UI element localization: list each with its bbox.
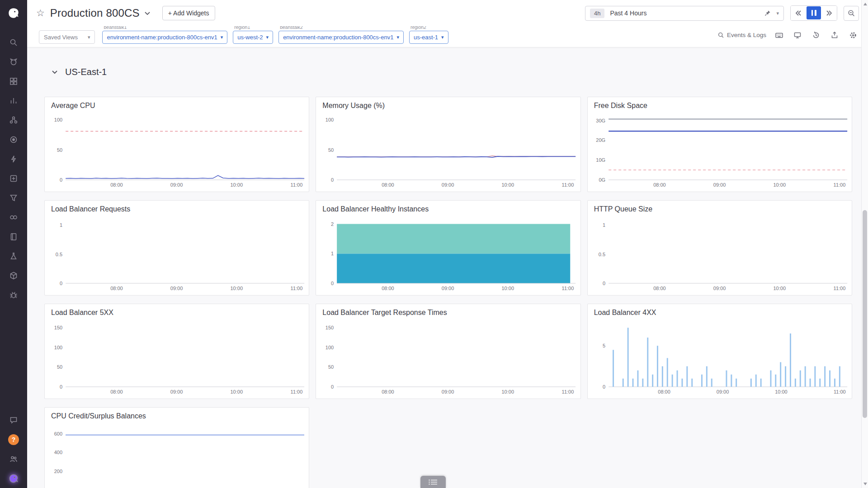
widget-cpu-credit-balances[interactable]: CPU Credit/Surplus Balances 20040060008:… — [44, 407, 309, 488]
svg-text:10:00: 10:00 — [775, 389, 788, 394]
sidebar-item-watchdog[interactable] — [0, 52, 27, 71]
svg-text:08:00: 08:00 — [382, 286, 395, 291]
widget-free-disk-space[interactable]: Free Disk Space 0G10G20G30G08:0009:0010:… — [587, 97, 852, 192]
svg-text:200: 200 — [54, 469, 62, 474]
template-var-value-dropdown[interactable]: us-west-2 ▾ — [233, 31, 273, 44]
svg-text:09:00: 09:00 — [713, 182, 726, 188]
widget-lb-4xx[interactable]: Load Balancer 4XX 0508:0009:0010:0011:00 — [587, 304, 852, 399]
pause-button[interactable] — [807, 6, 821, 19]
sidebar-item-bugs[interactable] — [0, 285, 27, 305]
widget-lb-healthy-instances[interactable]: Load Balancer Healthy Instances 01208:00… — [316, 200, 580, 296]
sidebar-item-packages[interactable] — [0, 266, 27, 285]
bottom-list-toggle-button[interactable] — [420, 476, 446, 488]
scrollbar-thumb[interactable] — [863, 210, 867, 418]
watchdog-icon — [9, 57, 18, 66]
bug-icon — [9, 291, 18, 300]
svg-text:1: 1 — [603, 222, 605, 228]
sidebar-item-labs[interactable] — [0, 246, 27, 266]
section-us-east-1[interactable]: US-East-1 — [52, 65, 852, 79]
widget-average-cpu[interactable]: Average CPU 05010008:0009:0010:0011:00 — [44, 97, 309, 192]
time-range-badge: 4h — [590, 9, 604, 18]
zoom-out-icon — [847, 9, 855, 17]
keyboard-shortcuts-button[interactable] — [773, 30, 785, 41]
sidebar-item-logs[interactable] — [0, 188, 27, 207]
svg-text:150: 150 — [326, 325, 334, 330]
widget-memory-usage[interactable]: Memory Usage (%) 05010008:0009:0010:0011… — [316, 97, 580, 192]
sidebar-item-bits-ai[interactable] — [0, 469, 27, 488]
sidebar-item-users[interactable] — [0, 449, 27, 469]
svg-text:0: 0 — [331, 384, 334, 389]
section-title: US-East-1 — [65, 67, 107, 77]
svg-text:600: 600 — [54, 431, 62, 436]
widget-lb-target-response-times[interactable]: Load Balancer Target Response Times 0501… — [316, 304, 580, 399]
widget-title: Load Balancer 4XX — [588, 304, 852, 321]
svg-text:10:00: 10:00 — [230, 182, 243, 188]
sidebar-item-chat[interactable] — [0, 410, 27, 430]
widget-lb-5xx[interactable]: Load Balancer 5XX 05010015008:0009:0010:… — [44, 304, 309, 399]
sidebar-item-monitors[interactable] — [0, 149, 27, 169]
svg-text:0: 0 — [331, 177, 334, 183]
sidebar-item-help[interactable]: ? — [0, 430, 27, 449]
sidebar-item-dashboards[interactable] — [0, 71, 27, 91]
vertical-scrollbar[interactable] — [861, 0, 868, 488]
svg-text:10:00: 10:00 — [773, 182, 786, 188]
widget-http-queue-size[interactable]: HTTP Queue Size 00.5108:0009:0010:0011:0… — [587, 200, 852, 296]
pin-icon[interactable] — [764, 9, 772, 17]
lb-5xx-chart: 05010015008:0009:0010:0011:00 — [45, 321, 309, 397]
svg-text:100: 100 — [326, 345, 334, 350]
zoom-out-button[interactable] — [844, 6, 859, 21]
time-range-picker[interactable]: 4h Past 4 Hours ▾ — [585, 6, 784, 21]
events-logs-button[interactable]: Events & Logs — [717, 32, 766, 38]
sidebar-item-apm[interactable] — [0, 110, 27, 130]
widget-lb-requests[interactable]: Load Balancer Requests 00.5108:0009:0010… — [44, 200, 309, 296]
datadog-logo[interactable] — [6, 5, 21, 21]
toolbar: Saved Views ▾ beanstalk1 environment-nam… — [27, 26, 868, 47]
widget-title: Memory Usage (%) — [316, 97, 580, 114]
average-cpu-chart: 05010008:0009:0010:0011:00 — [45, 114, 309, 190]
sidebar-item-search[interactable] — [0, 33, 27, 52]
sidebar-item-ci[interactable] — [0, 207, 27, 227]
widget-title: Load Balancer Target Response Times — [316, 304, 580, 321]
template-var-region2: region2 us-east-1 ▾ — [409, 24, 448, 44]
settings-button[interactable] — [847, 30, 859, 41]
sidebar-item-synthetics[interactable] — [0, 130, 27, 149]
saved-views-caret-icon: ▾ — [88, 34, 90, 40]
sidebar-item-notebooks[interactable] — [0, 227, 27, 246]
svg-text:1: 1 — [60, 222, 62, 228]
add-widgets-button[interactable]: + Add Widgets — [162, 6, 215, 20]
svg-text:09:00: 09:00 — [713, 286, 726, 291]
svg-text:10:00: 10:00 — [502, 182, 514, 188]
template-var-region1: region1 us-west-2 ▾ — [233, 24, 273, 44]
lb-target-response-times-chart: 05010015008:0009:0010:0011:00 — [316, 321, 580, 397]
dashboard-title: Production 800CS — [50, 7, 140, 19]
favorite-star-icon[interactable]: ☆ — [36, 8, 45, 19]
scrollbar-up-arrow-icon[interactable] — [863, 3, 867, 5]
widget-row-4: CPU Credit/Surplus Balances 20040060008:… — [44, 407, 852, 488]
history-clock-icon — [812, 31, 820, 39]
datadog-dog-icon — [7, 6, 20, 20]
widget-title: Load Balancer Healthy Instances — [316, 201, 580, 217]
template-var-value-dropdown[interactable]: environment-name:production-800cs-env1 ▾ — [278, 31, 404, 44]
history-button[interactable] — [810, 30, 822, 41]
svg-text:08:00: 08:00 — [110, 286, 123, 291]
svg-text:08:00: 08:00 — [653, 286, 666, 291]
template-var-value-dropdown[interactable]: environment-name:production-800cs-env1 ▾ — [102, 31, 227, 44]
scrollbar-down-arrow-icon[interactable] — [863, 483, 867, 485]
sidebar-item-metrics[interactable] — [0, 91, 27, 110]
svg-text:2: 2 — [331, 221, 334, 227]
tv-mode-button[interactable] — [792, 30, 803, 41]
template-var-value: environment-name:production-800cs-env1 — [283, 34, 393, 41]
svg-text:0.5: 0.5 — [56, 252, 62, 257]
packages-cube-icon — [9, 271, 18, 280]
template-var-value-dropdown[interactable]: us-east-1 ▾ — [409, 31, 448, 44]
bits-ai-dog-icon — [8, 473, 19, 484]
svg-text:09:00: 09:00 — [716, 389, 729, 394]
svg-text:0: 0 — [60, 384, 62, 389]
dashboard-title-dropdown[interactable] — [144, 11, 151, 15]
rewind-button[interactable] — [791, 6, 806, 20]
saved-views-dropdown[interactable]: Saved Views ▾ — [39, 30, 95, 44]
fast-forward-button[interactable] — [821, 6, 837, 20]
sidebar-item-integrations[interactable] — [0, 169, 27, 188]
sidebar: ? — [0, 0, 27, 488]
share-export-button[interactable] — [829, 30, 840, 41]
